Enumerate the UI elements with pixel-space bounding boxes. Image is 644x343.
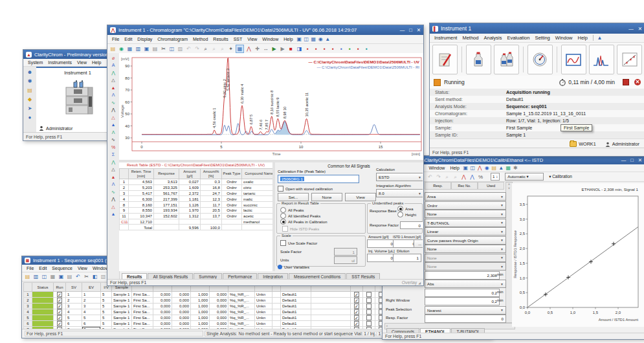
row-checkbox[interactable]: ✓	[57, 304, 62, 309]
result-table[interactable]: Result Table (ESTD - C:\ClarityChrom\Dat…	[119, 162, 272, 271]
sidebar-icon[interactable]: ◆	[27, 96, 34, 103]
row-checkbox[interactable]	[366, 292, 372, 297]
peak-tool-icon[interactable]: ∿	[110, 137, 117, 142]
menu-tool-icon[interactable]: ▲	[324, 36, 331, 43]
sidebar-icon[interactable]: ●	[27, 114, 34, 121]
peak-tool-icon[interactable]: ▲	[110, 122, 117, 127]
toolbar-icon[interactable]: ▦	[236, 45, 244, 53]
overlay-button[interactable]: Overlay◢	[402, 280, 421, 285]
row-checkbox[interactable]	[366, 298, 372, 303]
toolbar-icon[interactable]: ↶	[74, 273, 82, 280]
menu-tool-icon[interactable]: ▦	[310, 36, 317, 43]
user-variables-button[interactable]: User Variables	[278, 265, 309, 269]
record-spinner[interactable]: 1 ↕	[491, 173, 500, 181]
user-indicator[interactable]: Administrator	[605, 141, 639, 147]
compound-dropdown[interactable]: Linear▼	[425, 227, 506, 236]
stop-button[interactable]	[623, 79, 629, 85]
calibration-plot[interactable]: 0,00,51,01,52,02,53,03,50,00,51,01,52,0E…	[512, 183, 644, 327]
amount-input[interactable]: 0	[367, 239, 395, 248]
toolbar-icon[interactable]: ▶	[279, 45, 286, 52]
calculation-dropdown[interactable]: ESTD▼	[376, 173, 423, 181]
toolbar-icon[interactable]: ↶	[427, 173, 434, 181]
menu-item-help[interactable]: Help	[575, 34, 590, 41]
chromatogram-plot[interactable]: 30405060708090051015[mV]VoltageTime[min]…	[119, 53, 423, 160]
row-checkbox[interactable]: ✓	[57, 315, 62, 320]
column-header[interactable]: Status	[32, 283, 54, 292]
sidebar-icon[interactable]: ▤	[27, 87, 34, 94]
toolbar-icon[interactable]: ⌕	[443, 173, 450, 181]
row-checkbox[interactable]: ✓	[354, 292, 359, 297]
toolbar-icon[interactable]: ▤	[109, 45, 117, 52]
result-row[interactable]: 25,203253,3251,60916,8Ordnrcitric	[120, 184, 273, 190]
peak-tool-icon[interactable]: ⌀	[110, 55, 117, 61]
chromatogram-window-buttons[interactable]: —□✕	[395, 27, 421, 33]
calibration-window-buttons[interactable]: —□✕	[616, 157, 642, 163]
open-stored-checkbox[interactable]: Open with stored calibration	[278, 186, 333, 192]
column-header[interactable]: Run	[54, 283, 66, 292]
menu-tool-icon[interactable]: ✱	[512, 164, 519, 172]
menu-item-view[interactable]: View	[75, 265, 90, 271]
result-row[interactable]: 1110,347152,6021,31213,7Ordnracetic	[120, 213, 273, 219]
menu-tool-icon[interactable]: ▲	[498, 164, 505, 172]
response-factor-input[interactable]: 0	[400, 221, 423, 229]
toolbar-icon[interactable]: ◧	[91, 273, 98, 280]
sidebar-icon[interactable]: ➤	[27, 105, 34, 112]
signal-color-swatch[interactable]: ▪	[321, 45, 328, 52]
sequence-row[interactable]: 2✓225Sample 1First Sa...0,0000,0001,0000…	[24, 298, 388, 304]
mode-dropdown[interactable]: Automatic ▾	[505, 173, 544, 181]
menu-item-window[interactable]: Window	[260, 36, 281, 42]
row-checkbox[interactable]: ✓	[354, 321, 359, 326]
toolbar-icon[interactable]: ⌕	[219, 45, 226, 52]
row-checkbox[interactable]	[366, 309, 372, 315]
row-checkbox[interactable]	[366, 321, 372, 326]
abort-button[interactable]: ✕	[634, 79, 641, 85]
result-row[interactable]: 46,300217,3991,18112,3Ordnrmalic	[120, 196, 273, 202]
peak-tool-icon[interactable]: △	[110, 204, 117, 210]
sidebar-icon[interactable]: ☻	[27, 69, 34, 76]
row-checkbox[interactable]: ✓	[57, 298, 62, 303]
compound-dropdown[interactable]: Curve passes through Origin▼	[425, 236, 506, 245]
data-acquisition-button[interactable]	[561, 45, 586, 74]
solvent-bottle-button[interactable]	[466, 45, 491, 74]
peak-tool-icon[interactable]: △	[110, 166, 117, 172]
compound-dropdown[interactable]: None▼	[425, 262, 506, 271]
sequence-row[interactable]: 6✓665Sample 1First Sa...0,0000,0001,0000…	[24, 321, 388, 327]
menu-item-file[interactable]: File	[24, 265, 36, 271]
toolbar-icon[interactable]: ↔	[262, 45, 269, 52]
toolbar-icon[interactable]: ✂	[160, 45, 167, 52]
radio-all-identified-peaks[interactable]: All Identified Peaks	[280, 213, 328, 219]
toolbar-icon[interactable]: ⋀	[245, 45, 252, 52]
integration-dropdown[interactable]: 8.0▼	[376, 189, 423, 197]
toolbar-icon[interactable]: %	[477, 173, 484, 181]
peak-tool-icon[interactable]: △	[110, 115, 117, 120]
peak-tool-icon[interactable]: ▲	[110, 85, 117, 91]
compound-dropdown[interactable]: None▼	[425, 245, 506, 253]
signal-color-swatch[interactable]: ■	[287, 45, 294, 52]
toolbar-icon[interactable]: ▤	[24, 273, 31, 280]
compound-dropdown[interactable]: Area▼	[425, 192, 506, 201]
menu-item-file[interactable]: File	[109, 36, 122, 42]
method-setup-button[interactable]	[432, 45, 458, 74]
peak-tool-icon[interactable]: %	[110, 144, 117, 150]
project-indicator[interactable]: WORK1	[570, 141, 595, 147]
menu-item-window[interactable]: Window	[427, 165, 448, 171]
compound-input[interactable]: 0	[425, 315, 506, 323]
menu-item-edit[interactable]: Edit	[36, 265, 49, 271]
none-button[interactable]: None	[311, 193, 342, 201]
view-button[interactable]: View	[345, 193, 376, 201]
menu-item-window[interactable]: Window	[553, 34, 575, 41]
peak-tool-icon[interactable]: A	[110, 62, 117, 68]
grid-header-resp[interactable]: Resp.	[425, 182, 451, 190]
peak-tool-icon[interactable]: Λ	[110, 181, 117, 187]
column-header[interactable]	[24, 283, 32, 292]
menu-item-analysis[interactable]: Analysis	[481, 34, 504, 41]
radio-height[interactable]: Height	[397, 212, 416, 217]
signal-color-swatch[interactable]: ▪	[304, 45, 311, 52]
toolbar-icon[interactable]: ⌕	[202, 45, 209, 52]
peak-tool-icon[interactable]: ▲	[110, 174, 117, 180]
toolbar-icon[interactable]: ▧	[100, 273, 107, 280]
menu-item-instruments[interactable]: Instruments	[45, 60, 74, 65]
device-monitor-gauge-button[interactable]	[527, 45, 553, 74]
menu-item-method[interactable]: Method	[460, 34, 481, 41]
row-checkbox[interactable]: ✓	[57, 321, 62, 326]
